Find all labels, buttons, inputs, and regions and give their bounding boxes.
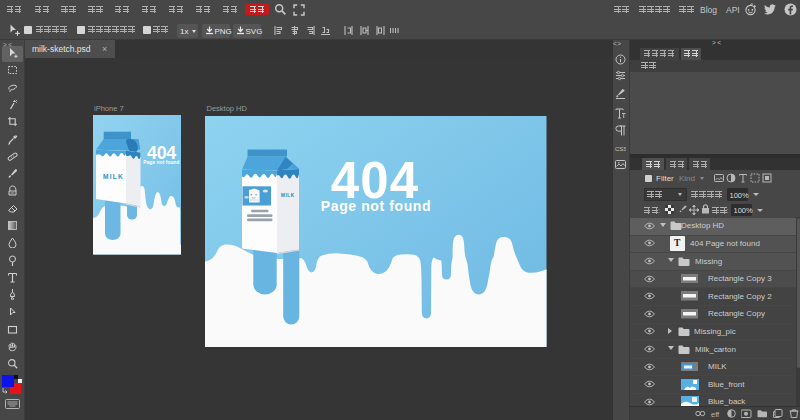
svg-text:Page not found: Page not found [143,160,179,165]
svg-text:Page not found: Page not found [321,197,431,213]
svg-text:MILK: MILK [103,173,124,180]
svg-text:CSS: CSS [615,146,626,152]
svg-text:MILK: MILK [281,192,295,197]
svg-text:eff: eff [711,409,720,418]
